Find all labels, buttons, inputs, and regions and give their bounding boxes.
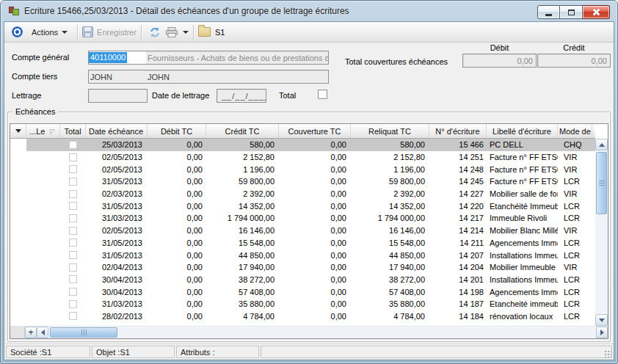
- grid-corner: [10, 327, 25, 338]
- row-total-checkbox[interactable]: [69, 239, 77, 247]
- scroll-left-button[interactable]: [37, 327, 48, 338]
- cell-mode-reglement: VIR: [558, 151, 592, 164]
- table-row[interactable]: 02/05/20130,001 196,000,001 196,0014 248…: [26, 163, 595, 175]
- status-attributs: Attributs :: [176, 346, 259, 358]
- cell-total: [60, 188, 86, 200]
- row-total-checkbox[interactable]: [69, 214, 77, 222]
- table-row[interactable]: 31/05/20130,0059 800,000,0059 800,0014 2…: [26, 175, 595, 188]
- row-total-checkbox[interactable]: [69, 300, 77, 308]
- column-header-credit-tc[interactable]: Crédit TC: [206, 124, 279, 138]
- column-header-label: Couverture TC: [288, 127, 341, 136]
- cell-credit-tc: 2 392,00: [206, 188, 279, 200]
- horizontal-scrollbar[interactable]: +: [10, 326, 608, 338]
- cell-mode-reglement: VIR: [558, 188, 592, 200]
- filter-icon[interactable]: ▽: [48, 128, 56, 135]
- column-header-mode-reglement[interactable]: Mode de rè: [558, 124, 592, 138]
- vertical-scrollbar-thumb[interactable]: [596, 152, 607, 214]
- cell-date-echeance: 30/04/2013: [86, 274, 148, 286]
- row-total-checkbox[interactable]: [69, 153, 77, 161]
- cell-reliquat-tc: 44 850,00: [351, 249, 429, 261]
- cell-le: [26, 163, 60, 175]
- refresh-icon[interactable]: [149, 26, 161, 38]
- vertical-scrollbar[interactable]: [595, 139, 608, 326]
- vertical-scrollbar-track[interactable]: [595, 150, 608, 314]
- compte-tiers-value[interactable]: JOHN: [89, 70, 146, 83]
- maximize-button[interactable]: [560, 5, 583, 19]
- grid-add-button[interactable]: +: [25, 327, 37, 338]
- cell-debit-tc: 0,00: [148, 261, 206, 274]
- grid-body: 25/03/20130,00580,000,00580,0015 466PC D…: [26, 139, 595, 326]
- table-row[interactable]: 02/05/20130,002 152,800,002 152,8014 251…: [26, 151, 595, 164]
- table-row[interactable]: 28/02/20130,004 784,000,004 784,0014 184…: [26, 310, 595, 323]
- grid-menu-icon[interactable]: [15, 129, 21, 133]
- row-total-checkbox[interactable]: [69, 288, 77, 296]
- cell-debit-tc: 0,00: [148, 310, 206, 323]
- cell-libelle: Mobilier Blanc Millén: [487, 225, 558, 237]
- column-header-date-echeance[interactable]: Date échéance: [86, 124, 148, 138]
- table-row[interactable]: 30/04/20130,0038 272,000,0038 272,0014 2…: [26, 274, 595, 286]
- total-checkbox[interactable]: [318, 90, 327, 99]
- cell-couverture-tc: 0,00: [279, 274, 351, 286]
- cell-total: [60, 285, 86, 298]
- compte-general-field[interactable]: 40110000 Fournisseurs - Achats de biens …: [88, 51, 329, 65]
- scroll-down-button[interactable]: [595, 314, 608, 326]
- column-header-le[interactable]: ...Le▽: [26, 124, 60, 138]
- cell-mode-reglement: VIR: [558, 261, 592, 274]
- cell-date-echeance: 02/05/2013: [86, 151, 148, 164]
- cell-credit-tc: 1 794 000,00: [206, 212, 279, 225]
- print-dropdown-icon[interactable]: [183, 31, 189, 34]
- date-lettrage-label: Date de lettrage: [152, 91, 209, 100]
- save-button[interactable]: Enregistrer: [97, 28, 137, 37]
- table-row[interactable]: 31/05/20130,0015 548,000,0015 548,0014 2…: [26, 237, 595, 250]
- horizontal-scrollbar-track[interactable]: [48, 327, 596, 338]
- cell-le: [26, 298, 60, 310]
- date-lettrage-field[interactable]: __/__/____: [217, 89, 266, 103]
- scroll-up-button[interactable]: [595, 139, 608, 150]
- table-row[interactable]: 02/04/20130,0017 940,000,0017 940,0014 2…: [26, 261, 595, 274]
- close-button[interactable]: [583, 5, 610, 19]
- column-header-reliquat-tc[interactable]: Reliquat TC: [351, 124, 429, 138]
- cell-libelle: Mobilier salle de form: [487, 188, 558, 200]
- row-total-checkbox[interactable]: [69, 202, 77, 210]
- actions-button[interactable]: Actions: [26, 26, 73, 39]
- arrow-left-icon: [41, 330, 45, 335]
- cell-debit-tc: 0,00: [148, 237, 206, 250]
- minimize-button[interactable]: [537, 5, 560, 19]
- cell-libelle: Facture n° FF ETSC: [487, 163, 558, 175]
- scroll-right-button[interactable]: [596, 327, 608, 338]
- row-total-checkbox[interactable]: [69, 178, 77, 186]
- row-total-checkbox[interactable]: [69, 190, 77, 198]
- cell-date-echeance: 02/05/2013: [86, 225, 148, 237]
- row-total-checkbox[interactable]: [69, 263, 77, 272]
- column-header-libelle[interactable]: Libellé d'écriture: [487, 124, 558, 138]
- horizontal-scrollbar-thumb[interactable]: [50, 327, 117, 338]
- row-total-checkbox[interactable]: [69, 227, 77, 235]
- row-total-checkbox[interactable]: [69, 275, 77, 283]
- total-credit-field: 0,00: [537, 54, 611, 68]
- table-row[interactable]: 02/05/20130,0016 146,000,0016 146,0014 2…: [26, 225, 595, 237]
- table-row[interactable]: 31/05/20130,0044 850,000,0044 850,0014 2…: [26, 249, 595, 261]
- table-row[interactable]: 31/03/20130,0035 880,000,0035 880,0014 1…: [26, 298, 595, 310]
- arrow-down-icon: [599, 318, 605, 322]
- column-header-couverture-tc[interactable]: Couverture TC: [279, 124, 351, 138]
- column-header-label: N° d'écriture: [435, 127, 479, 136]
- table-row[interactable]: 31/05/20130,0014 352,000,0014 352,0014 2…: [26, 200, 595, 212]
- resize-grip[interactable]: [603, 349, 611, 357]
- column-header-debit-tc[interactable]: Débit TC: [148, 124, 206, 138]
- column-header-num-ecriture[interactable]: N° d'écriture: [429, 124, 487, 138]
- column-header-dropdown[interactable]: [10, 124, 26, 138]
- table-row[interactable]: 25/03/20130,00580,000,00580,0015 466PC D…: [26, 139, 595, 151]
- table-row[interactable]: 30/04/20130,0057 408,000,0057 408,0014 1…: [26, 285, 595, 298]
- compte-general-value[interactable]: 40110000: [89, 52, 127, 63]
- table-row[interactable]: 31/03/20130,001 794 000,000,001 794 000,…: [26, 212, 595, 225]
- lettrage-field[interactable]: [88, 89, 148, 103]
- column-header-total[interactable]: Total: [60, 124, 86, 138]
- row-total-checkbox[interactable]: [69, 312, 77, 320]
- row-total-checkbox[interactable]: [69, 141, 77, 149]
- print-icon[interactable]: [165, 26, 178, 38]
- row-total-checkbox[interactable]: [69, 251, 77, 259]
- table-row[interactable]: 02/03/20130,002 392,000,002 392,0014 227…: [26, 188, 595, 200]
- cell-date-echeance: 02/04/2013: [86, 261, 148, 274]
- compte-tiers-field[interactable]: JOHN JOHN: [88, 70, 329, 84]
- row-total-checkbox[interactable]: [69, 165, 77, 173]
